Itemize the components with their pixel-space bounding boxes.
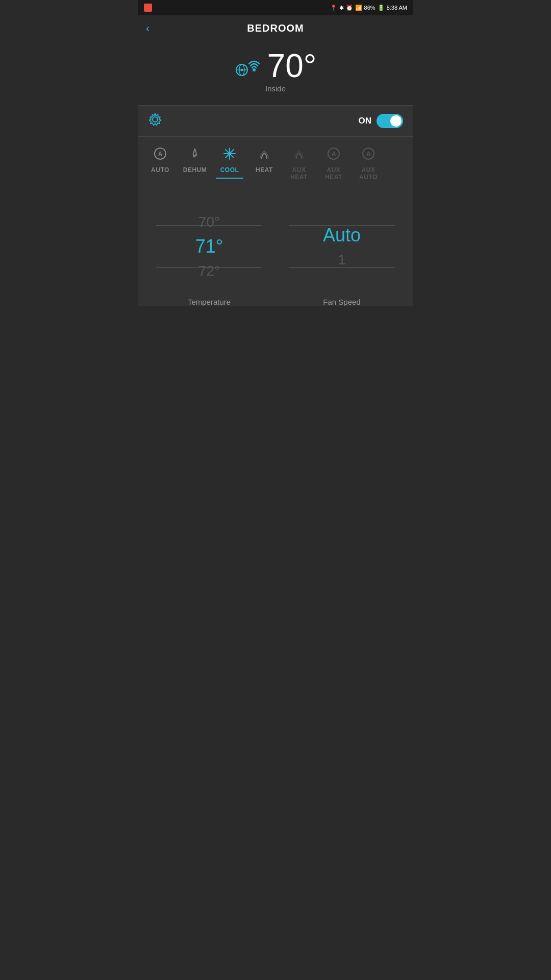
settings-icon[interactable] bbox=[148, 112, 162, 130]
svg-text:A: A bbox=[158, 151, 163, 158]
auto-label: AUTO bbox=[151, 166, 169, 174]
svg-point-5 bbox=[153, 117, 158, 122]
dehum-icon bbox=[188, 147, 202, 163]
aux-auto-label: AUXAUTO bbox=[359, 166, 378, 181]
auto-icon: A bbox=[154, 147, 167, 163]
picker-divider-bottom-fan bbox=[289, 267, 395, 268]
temperature-label: Temperature bbox=[188, 298, 231, 306]
aux-heat-1-label: AUXHEAT bbox=[290, 166, 308, 181]
picker-divider-top-temp bbox=[156, 225, 262, 226]
page-title: BEDROOM bbox=[247, 22, 304, 34]
temp-item-prev: 70° bbox=[198, 211, 220, 233]
fan-speed-label: Fan Speed bbox=[323, 298, 360, 306]
mode-tabs: A AUTO DEHUM bbox=[138, 137, 413, 190]
fan-scroll[interactable]: Auto 1 bbox=[276, 206, 408, 287]
picker-divider-top-fan bbox=[289, 225, 395, 226]
status-right: 📍 ✱ ⏰ 📶 86% 🔋 8:38 AM bbox=[330, 5, 407, 11]
aux-heat-2-label: AUXHEAT bbox=[325, 166, 342, 181]
temp-item-next: 72° bbox=[198, 260, 220, 282]
back-button[interactable]: ‹ bbox=[146, 22, 149, 35]
svg-text:A: A bbox=[332, 151, 336, 158]
cool-label: COOL bbox=[220, 166, 239, 174]
power-label: ON bbox=[359, 116, 372, 126]
bluetooth-icon: ✱ bbox=[339, 5, 344, 11]
temp-row: 70° bbox=[235, 50, 317, 82]
aux-heat-1-icon bbox=[292, 147, 306, 163]
tab-dehum[interactable]: DEHUM bbox=[178, 145, 212, 179]
dehum-label: DEHUM bbox=[183, 166, 207, 174]
toggle-row: ON bbox=[138, 106, 413, 137]
tab-aux-heat-1: AUXHEAT bbox=[282, 145, 316, 186]
heat-icon bbox=[258, 147, 271, 163]
temperature-scroll[interactable]: 70° 71° 72° bbox=[143, 206, 276, 287]
svg-text:A: A bbox=[366, 151, 371, 158]
app-icon bbox=[144, 4, 152, 12]
alarm-icon: ⏰ bbox=[346, 5, 353, 11]
location-icon: 📍 bbox=[330, 5, 337, 11]
tab-auto[interactable]: A AUTO bbox=[143, 145, 178, 179]
battery-percentage: 86% bbox=[364, 5, 375, 11]
control-section: ON A AUTO DEHUM bbox=[138, 105, 413, 306]
fan-item-selected: Auto bbox=[323, 222, 361, 249]
header: ‹ BEDROOM bbox=[138, 15, 413, 41]
tab-heat[interactable]: HEAT bbox=[247, 145, 282, 179]
svg-point-4 bbox=[253, 68, 256, 71]
tab-aux-auto: A AUXAUTO bbox=[351, 145, 386, 186]
time: 8:38 AM bbox=[387, 5, 407, 11]
svg-point-3 bbox=[240, 69, 243, 71]
pickers-row: 70° 71° 72° Temperature Auto 1 Fan Speed bbox=[138, 206, 413, 306]
tab-aux-heat-2: A AUXHEAT bbox=[316, 145, 351, 186]
connectivity-icon bbox=[235, 55, 261, 77]
power-toggle[interactable] bbox=[377, 114, 403, 128]
heat-label: HEAT bbox=[256, 166, 273, 174]
temperature-location: Inside bbox=[265, 84, 286, 93]
status-bar: 📍 ✱ ⏰ 📶 86% 🔋 8:38 AM bbox=[138, 0, 413, 15]
toggle-knob bbox=[390, 115, 402, 127]
signal-icon: 📶 bbox=[355, 5, 362, 11]
indoor-temperature: 70° bbox=[267, 50, 317, 82]
picker-divider-bottom-temp bbox=[156, 267, 262, 268]
battery-icon: 🔋 bbox=[378, 5, 385, 11]
cool-icon bbox=[223, 147, 236, 163]
fan-speed-picker[interactable]: Auto 1 Fan Speed bbox=[276, 206, 408, 306]
status-left bbox=[144, 4, 152, 12]
aux-auto-icon: A bbox=[362, 147, 375, 163]
wifi-globe-icon bbox=[235, 55, 261, 77]
tab-cool[interactable]: COOL bbox=[212, 145, 247, 179]
temperature-picker[interactable]: 70° 71° 72° Temperature bbox=[143, 206, 276, 306]
aux-heat-2-icon: A bbox=[327, 147, 340, 163]
temp-item-selected: 71° bbox=[195, 233, 223, 260]
temperature-section: 70° Inside bbox=[138, 41, 413, 105]
svg-point-13 bbox=[228, 152, 231, 155]
